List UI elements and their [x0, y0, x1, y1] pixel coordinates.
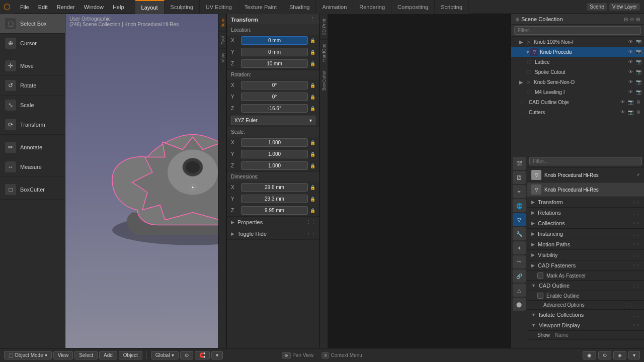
- outliner-item-3[interactable]: ⬚ Spoke Cutout 👁 📷: [511, 67, 644, 77]
- viewport-overlay-btn[interactable]: ⊙: [598, 351, 611, 359]
- props-mark-as-fastener[interactable]: Mark As Fastener: [527, 271, 644, 281]
- props-show-name[interactable]: Show Name: [527, 331, 644, 340]
- props-icon-scene[interactable]: 🎬: [513, 157, 526, 170]
- viewport-shading-btn[interactable]: ◉: [583, 351, 596, 359]
- props-section-motionpaths[interactable]: ▶ Motion Paths ⋮⋮: [527, 239, 644, 250]
- outliner-search-input[interactable]: [514, 26, 641, 35]
- props-section-relations[interactable]: ▶ Relations ⋮⋮: [527, 208, 644, 218]
- dimensions-x-value[interactable]: 29.6 mm: [241, 183, 308, 192]
- outliner-item-6[interactable]: ⬚ CAD Outline Obje 👁 📷 ⚙: [511, 97, 644, 107]
- toggle-hide-section[interactable]: ▶ Toggle Hide ⋮⋮: [227, 228, 319, 240]
- rotation-x-lock-icon[interactable]: 🔒: [310, 83, 315, 88]
- outliner-visibility-icon-5[interactable]: 👁: [627, 88, 634, 96]
- scale-y-lock-icon[interactable]: 🔒: [310, 152, 315, 157]
- rotation-y-lock-icon[interactable]: 🔒: [310, 95, 315, 100]
- props-icon-constraints[interactable]: 🔗: [513, 269, 526, 283]
- snap-settings-btn[interactable]: ▾: [211, 351, 223, 359]
- rotation-z-lock-icon[interactable]: 🔒: [310, 106, 315, 111]
- location-y-lock-icon[interactable]: 🔒: [310, 50, 315, 55]
- scale-z-value[interactable]: 1.000: [241, 161, 308, 170]
- outliner-render-icon-1[interactable]: 📷: [635, 48, 642, 55]
- tool-rotate[interactable]: ↺ Rotate: [0, 76, 65, 96]
- outliner-visibility-icon-0[interactable]: 👁: [627, 38, 634, 45]
- scale-y-value[interactable]: 1.000: [241, 150, 308, 158]
- tool-select-box[interactable]: ⬚ Select Box: [0, 14, 65, 34]
- dimensions-y-lock-icon[interactable]: 🔒: [310, 197, 315, 202]
- object-mode-btn[interactable]: ⬚ Object Mode ▾: [4, 351, 52, 359]
- scale-x-value[interactable]: 1.000: [241, 138, 308, 147]
- props-icon-scene2[interactable]: ☀: [513, 185, 526, 198]
- props-icon-modifier[interactable]: 🔧: [513, 227, 526, 240]
- tab-uv-editing[interactable]: UV Editing: [200, 0, 238, 14]
- props-section-viewport-display[interactable]: ▼ Viewport Display ⋮⋮: [527, 320, 644, 331]
- outliner-item-0[interactable]: ▶ ▷ Knob 100% Non-I 👁 📷: [511, 37, 644, 47]
- outliner-render-icon-4[interactable]: 📷: [635, 78, 642, 85]
- properties-search-input[interactable]: [529, 157, 642, 165]
- outliner-filter-icon[interactable]: ⊟: [624, 17, 628, 22]
- tab-animation[interactable]: Animation: [316, 0, 353, 14]
- props-enable-outline-checkbox[interactable]: [537, 293, 543, 299]
- props-section-instancing[interactable]: ▶ Instancing ⋮⋮: [527, 229, 644, 239]
- outliner-extra-icon-6[interactable]: ⚙: [635, 99, 642, 106]
- snapping-btn[interactable]: 🧲: [195, 351, 210, 359]
- dimensions-z-value[interactable]: 9.95 mm: [241, 206, 308, 215]
- rotation-x-value[interactable]: 0°: [241, 81, 308, 89]
- proportional-edit-btn[interactable]: ⊙: [180, 351, 193, 359]
- tool-boxcutter[interactable]: □ BoxCutter: [0, 180, 65, 200]
- props-icon-world[interactable]: 🌐: [513, 199, 526, 212]
- outliner-item-1[interactable]: ▼ ▽ Knob Procedu 👁 📷: [511, 47, 644, 57]
- props-mark-fastener-checkbox[interactable]: [537, 273, 543, 279]
- outliner-item-7[interactable]: ⬚ Cutters 👁 📷 ⚙: [511, 107, 644, 117]
- menu-help[interactable]: Help: [109, 3, 128, 11]
- props-icon-object[interactable]: ▽: [513, 213, 526, 226]
- outliner-visibility-icon-1[interactable]: 👁: [627, 48, 634, 55]
- tool-measure[interactable]: ↔ Measure: [0, 157, 65, 177]
- outliner-render-icon-5[interactable]: 📷: [635, 88, 642, 96]
- transform-section-header[interactable]: Transform ⋮: [227, 14, 319, 25]
- location-x-lock-icon[interactable]: 🔒: [310, 38, 315, 43]
- xray-btn[interactable]: ◈: [613, 351, 626, 359]
- scene-selector[interactable]: Scene: [587, 3, 607, 11]
- dimensions-z-lock-icon[interactable]: 🔒: [310, 208, 315, 213]
- side-tab-item[interactable]: Item: [219, 14, 226, 32]
- props-icon-material[interactable]: ⬤: [513, 298, 526, 311]
- outliner-render-icon-3[interactable]: 📷: [635, 68, 642, 75]
- props-icon-physics[interactable]: 〜: [513, 255, 526, 268]
- props-icon-renderlayer[interactable]: 🖼: [513, 171, 526, 184]
- outliner-render-icon-0[interactable]: 📷: [635, 38, 642, 45]
- side-tab-view[interactable]: View: [219, 48, 226, 66]
- dimensions-x-lock-icon[interactable]: 🔒: [310, 185, 315, 190]
- tool-move[interactable]: ✛ Move: [0, 56, 65, 76]
- menu-window[interactable]: Window: [80, 3, 108, 11]
- object-btn[interactable]: Object: [119, 351, 142, 359]
- tab-sculpting[interactable]: Sculpting: [165, 0, 200, 14]
- tab-compositing[interactable]: Compositing: [391, 0, 435, 14]
- rotation-mode-dropdown[interactable]: XYZ Euler ▾: [231, 116, 315, 125]
- props-section-transform[interactable]: ▶ Transform ⋮⋮: [527, 197, 644, 208]
- select-btn[interactable]: Select: [74, 351, 98, 359]
- location-z-lock-icon[interactable]: 🔒: [310, 61, 315, 66]
- menu-render[interactable]: Render: [53, 3, 79, 11]
- outliner-visibility-icon-2[interactable]: 👁: [627, 58, 634, 65]
- add-btn[interactable]: Add: [99, 351, 117, 359]
- menu-edit[interactable]: Edit: [34, 3, 52, 11]
- props-section-collections[interactable]: ▶ Collections ⋮⋮: [527, 218, 644, 229]
- outliner-viewlayer-icon[interactable]: ⊞: [636, 17, 640, 22]
- props-section-isolate-collections[interactable]: ▼ Isolate Collections ⋮⋮: [527, 310, 644, 320]
- outliner-item-5[interactable]: ⬚ M4 Leveling I 👁 📷: [511, 87, 644, 97]
- viewlayer-selector[interactable]: View Layer: [609, 3, 640, 11]
- location-x-value[interactable]: 0 mm: [241, 36, 308, 45]
- tool-scale[interactable]: ⤡ Scale: [0, 96, 65, 115]
- outliner-extra-icon-7[interactable]: ⚙: [635, 109, 642, 116]
- outliner-visibility-icon-6[interactable]: 👁: [619, 99, 626, 106]
- props-section-cadoutline[interactable]: ▼ CAD Outline ⋮⋮: [527, 281, 644, 291]
- tool-cursor[interactable]: ⊕ Cursor: [0, 34, 65, 53]
- props-advanced-options[interactable]: Advanced Options ⋮⋮: [527, 301, 644, 310]
- rotation-z-value[interactable]: -16.6°: [241, 104, 308, 113]
- outliner-render-icon-2[interactable]: 📷: [635, 58, 642, 65]
- outliner-visibility-icon-3[interactable]: 👁: [627, 68, 634, 75]
- side-tab-tool[interactable]: Tool: [219, 32, 226, 49]
- tab-layout[interactable]: Layout: [135, 0, 165, 14]
- outliner-visibility-icon-4[interactable]: 👁: [627, 78, 634, 85]
- props-section-cadfasteners[interactable]: ▶ CAD Fasteners ⋮⋮: [527, 260, 644, 271]
